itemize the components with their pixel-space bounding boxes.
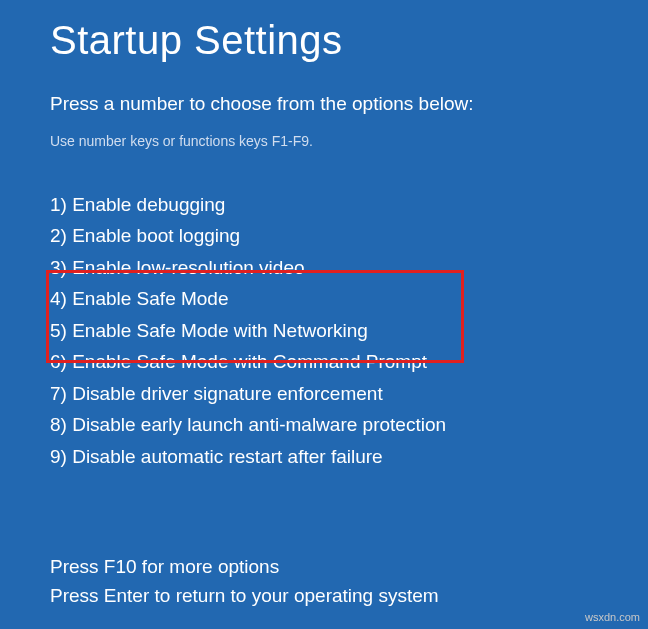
return-hint: Press Enter to return to your operating … <box>50 581 598 610</box>
options-list: 1) Enable debugging 2) Enable boot loggi… <box>50 189 598 472</box>
footer-instructions: Press F10 for more options Press Enter t… <box>50 552 598 611</box>
key-hint: Use number keys or functions keys F1-F9. <box>50 133 598 149</box>
option-1-debugging[interactable]: 1) Enable debugging <box>50 189 598 220</box>
option-8-disable-anti-malware[interactable]: 8) Disable early launch anti-malware pro… <box>50 409 598 440</box>
option-7-disable-driver-sig[interactable]: 7) Disable driver signature enforcement <box>50 378 598 409</box>
instruction-text: Press a number to choose from the option… <box>50 93 598 115</box>
option-5-safe-mode-networking[interactable]: 5) Enable Safe Mode with Networking <box>50 315 598 346</box>
page-title: Startup Settings <box>50 18 598 63</box>
more-options-hint: Press F10 for more options <box>50 552 598 581</box>
option-6-safe-mode-cmd[interactable]: 6) Enable Safe Mode with Command Prompt <box>50 346 598 377</box>
option-9-disable-auto-restart[interactable]: 9) Disable automatic restart after failu… <box>50 441 598 472</box>
watermark-text: wsxdn.com <box>585 611 640 623</box>
option-3-low-resolution[interactable]: 3) Enable low-resolution video <box>50 252 598 283</box>
option-2-boot-logging[interactable]: 2) Enable boot logging <box>50 220 598 251</box>
option-4-safe-mode[interactable]: 4) Enable Safe Mode <box>50 283 598 314</box>
